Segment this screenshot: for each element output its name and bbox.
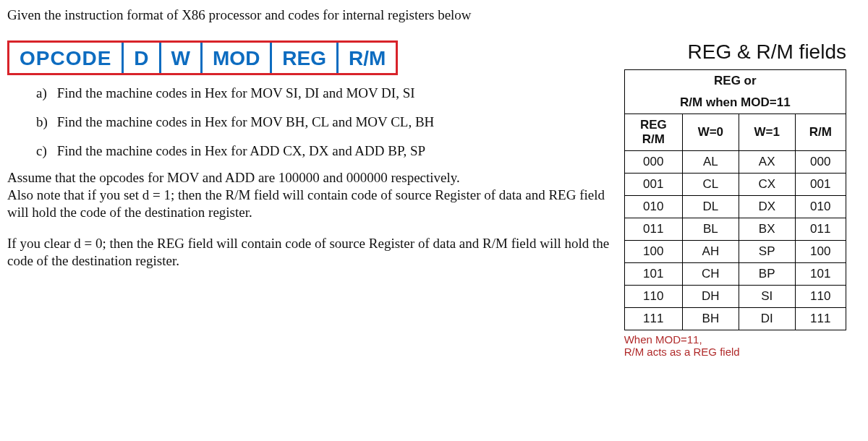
cell: AH [682, 241, 739, 263]
question-c-text: Find the machine codes in Hex for ADD CX… [57, 143, 425, 158]
cell: BX [739, 218, 795, 241]
cell: 001 [795, 174, 846, 196]
cell: 000 [795, 151, 846, 174]
cell: SP [739, 241, 795, 263]
cell: CL [682, 174, 739, 196]
seg-rm: R/M [339, 43, 396, 73]
col-header-w1: W=1 [739, 114, 795, 151]
cell: BL [682, 218, 739, 241]
table-row: 010DLDX010 [624, 196, 846, 218]
note-d1: Also note that if you set d = 1; then th… [7, 187, 624, 221]
cell: 010 [795, 196, 846, 218]
seg-w: W [161, 43, 203, 73]
cell: BH [682, 308, 739, 330]
question-b-label: b) [36, 114, 54, 130]
cell: AL [682, 151, 739, 174]
cell: 110 [624, 286, 682, 308]
question-a-label: a) [36, 85, 54, 101]
cell: BP [739, 263, 795, 286]
table-heading-top: REG or [624, 70, 846, 93]
note-d0: If you clear d = 0; then the REG field w… [7, 235, 624, 270]
table-row: 001CLCX001 [624, 174, 846, 196]
seg-reg: REG [272, 43, 339, 73]
question-a-text: Find the machine codes in Hex for MOV SI… [57, 85, 415, 100]
cell: 111 [624, 308, 682, 330]
cell: DX [739, 196, 795, 218]
question-c: c) Find the machine codes in Hex for ADD… [36, 143, 624, 159]
cell: 111 [795, 308, 846, 330]
table-row: 011BLBX011 [624, 218, 846, 241]
instruction-format-diagram: OPCODE D W MOD REG R/M [7, 40, 398, 75]
cell: SI [739, 286, 795, 308]
cell: 011 [795, 218, 846, 241]
col-header-rm: R/M [628, 132, 679, 147]
cell: AX [739, 151, 795, 174]
question-list: a) Find the machine codes in Hex for MOV… [36, 85, 624, 159]
cell: 101 [624, 263, 682, 286]
col-header-w0: W=0 [682, 114, 739, 151]
table-row: 110DHSI110 [624, 286, 846, 308]
note-opcodes: Assume that the opcodes for MOV and ADD … [7, 169, 624, 187]
cell: DI [739, 308, 795, 330]
cell: 110 [795, 286, 846, 308]
col-header-reg-rm: REG R/M [624, 114, 682, 151]
reg-rm-table: REG or R/M when MOD=11 REG R/M W=0 W=1 R… [624, 69, 846, 330]
reg-table-title: REG & R/M fields [624, 40, 846, 64]
cell: 100 [624, 241, 682, 263]
cell: 001 [624, 174, 682, 196]
seg-d: D [124, 43, 161, 73]
table-heading-bottom: R/M when MOD=11 [624, 92, 846, 114]
cell: DL [682, 196, 739, 218]
page-title: Given the instruction format of X86 proc… [7, 7, 846, 23]
table-footer-1: When MOD=11, [624, 333, 846, 346]
question-a: a) Find the machine codes in Hex for MOV… [36, 85, 624, 101]
cell: 100 [795, 241, 846, 263]
cell: 010 [624, 196, 682, 218]
col-header-rm2: R/M [795, 114, 846, 151]
cell: 000 [624, 151, 682, 174]
table-row: 101CHBP101 [624, 263, 846, 286]
question-b-text: Find the machine codes in Hex for MOV BH… [57, 114, 435, 129]
cell: CX [739, 174, 795, 196]
table-footer-2: R/M acts as a REG field [624, 346, 846, 358]
question-c-label: c) [36, 143, 54, 159]
cell: 101 [795, 263, 846, 286]
table-row: 111BHDI111 [624, 308, 846, 330]
seg-opcode: OPCODE [9, 43, 124, 73]
cell: CH [682, 263, 739, 286]
col-header-reg: REG [628, 118, 679, 132]
cell: 011 [624, 218, 682, 241]
cell: DH [682, 286, 739, 308]
question-b: b) Find the machine codes in Hex for MOV… [36, 114, 624, 130]
seg-mod: MOD [203, 43, 272, 73]
table-row: 100AHSP100 [624, 241, 846, 263]
table-row: 000ALAX000 [624, 151, 846, 174]
